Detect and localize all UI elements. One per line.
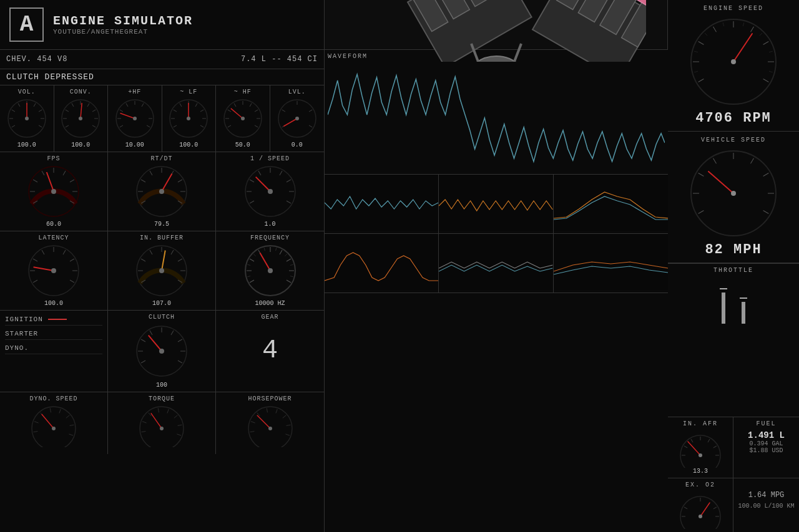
svg-line-128 xyxy=(234,104,236,107)
svg-line-53 xyxy=(751,158,754,164)
controls-row: IGNITION STARTER DYNO. CLUTCH xyxy=(0,311,324,392)
svg-line-186 xyxy=(63,250,66,254)
svg-point-143 xyxy=(295,117,299,120)
speed1-label: 1 / SPEED xyxy=(250,155,290,162)
svg-rect-274 xyxy=(439,234,552,290)
fuel-value: 1.491 L xyxy=(748,430,785,440)
svg-line-220 xyxy=(290,264,293,265)
svg-line-96 xyxy=(92,110,96,112)
hfp-label: +HF xyxy=(128,89,141,95)
svg-line-83 xyxy=(34,104,36,107)
svg-line-48 xyxy=(699,211,704,214)
svg-line-250 xyxy=(149,413,151,416)
throttle-bar-2 xyxy=(740,274,747,324)
mini-svg-5 xyxy=(439,234,552,290)
svg-point-155 xyxy=(51,189,56,194)
svg-line-116 xyxy=(180,104,182,107)
svg-line-216 xyxy=(253,254,256,256)
svg-line-169 xyxy=(250,201,254,203)
speed1-gauge xyxy=(242,163,298,220)
svg-line-33 xyxy=(751,27,754,32)
rpm-gauge xyxy=(687,15,780,109)
svg-line-190 xyxy=(34,267,54,271)
svg-line-102 xyxy=(120,125,123,127)
latency-gauge-cell: LATENCY xyxy=(0,231,108,310)
engine-visualization xyxy=(325,0,667,49)
lf-gauge-cell: ~ LF xyxy=(162,85,217,152)
lvl-label: LVL. xyxy=(288,89,306,95)
svg-rect-273 xyxy=(325,234,438,290)
fps-value: 60.0 xyxy=(46,221,61,228)
gear-cell: GEAR 4 xyxy=(216,311,324,392)
latency-value: 100.0 xyxy=(44,300,63,307)
svg-line-267 xyxy=(257,415,270,428)
lf-value: 100.0 xyxy=(179,142,198,148)
svg-line-175 xyxy=(286,180,290,182)
hf-gauge-cell: ~ HF xyxy=(216,85,270,152)
mpg-metric: 100.00 L/100 KM xyxy=(738,503,794,510)
conv-value: 100.0 xyxy=(71,142,90,148)
hp-gauge xyxy=(245,404,295,447)
svg-rect-270 xyxy=(325,175,438,231)
throttle-fill-1 xyxy=(722,293,725,324)
svg-line-184 xyxy=(42,250,44,254)
header-text: ENGINE SIMULATOR YOUTUBE/ANGETHEGREAT xyxy=(53,14,193,36)
svg-line-166 xyxy=(162,173,172,191)
inbuf-value: 107.0 xyxy=(152,300,171,307)
svg-point-235 xyxy=(159,349,164,354)
rtdt-label: RT/DT xyxy=(150,155,172,162)
hfp-value: 10.00 xyxy=(125,142,144,148)
clutch-value: 100 xyxy=(156,382,167,389)
latency-label: LATENCY xyxy=(38,235,69,241)
speed-section: VEHICLE SPEED 82 MPH xyxy=(668,132,799,263)
freq-value: 10000 HZ xyxy=(255,300,285,307)
lvl-gauge xyxy=(275,97,319,140)
svg-line-140 xyxy=(309,110,312,112)
mini-svg-4 xyxy=(325,234,438,290)
svg-line-222 xyxy=(260,253,270,271)
waveform-section: WAVEFORM xyxy=(325,50,668,175)
freq-gauge-cell: FREQUENCY xyxy=(216,231,324,310)
svg-line-172 xyxy=(258,171,261,175)
svg-line-207 xyxy=(250,259,254,261)
svg-point-123 xyxy=(187,117,190,120)
svg-line-160 xyxy=(150,171,152,175)
svg-line-110 xyxy=(120,113,134,118)
ignition-switch[interactable] xyxy=(48,319,67,320)
clutch-label: CLUTCH xyxy=(149,314,175,321)
svg-line-249 xyxy=(142,422,147,423)
svg-point-167 xyxy=(159,189,164,194)
throttle-tick xyxy=(720,288,727,289)
exo2-label: EX. O2 xyxy=(685,481,715,488)
gauge-grid-bottom: LATENCY xyxy=(0,231,324,311)
throttle-bar-1 xyxy=(720,274,727,324)
app-subtitle: YOUTUBE/ANGETHEGREAT xyxy=(53,28,193,36)
svg-point-257 xyxy=(160,427,164,430)
ignition-label: IGNITION xyxy=(5,316,43,323)
svg-line-64 xyxy=(708,439,710,442)
hf-value: 50.0 xyxy=(235,142,250,148)
svg-line-150 xyxy=(63,171,66,175)
clutch-gauge xyxy=(134,323,190,379)
torque-gauge xyxy=(137,404,187,447)
switches-cell: IGNITION STARTER DYNO. xyxy=(0,311,108,392)
svg-line-119 xyxy=(200,110,203,112)
ignition-row: IGNITION xyxy=(5,314,102,326)
waveform-row2 xyxy=(325,175,668,234)
fuel-gal: 0.394 GAL xyxy=(749,440,783,447)
svg-point-111 xyxy=(133,117,137,120)
svg-line-233 xyxy=(178,360,182,363)
svg-line-115 xyxy=(174,110,177,112)
svg-line-187 xyxy=(70,259,74,261)
hfp-gauge xyxy=(113,97,157,140)
svg-line-73 xyxy=(713,507,717,509)
mpg-cell: 1.64 MPG 100.00 L/100 KM xyxy=(733,478,799,532)
svg-line-51 xyxy=(713,158,717,164)
hf-gauge xyxy=(221,97,265,140)
conv-gauge-cell: CONV. xyxy=(54,85,109,152)
fuel-cell: FUEL 1.491 L 0.394 GAL $1.88 USD xyxy=(733,417,799,478)
fuel-usd: $1.88 USD xyxy=(749,447,783,454)
svg-line-210 xyxy=(280,250,282,254)
svg-line-39 xyxy=(705,33,707,36)
svg-point-68 xyxy=(699,453,702,457)
